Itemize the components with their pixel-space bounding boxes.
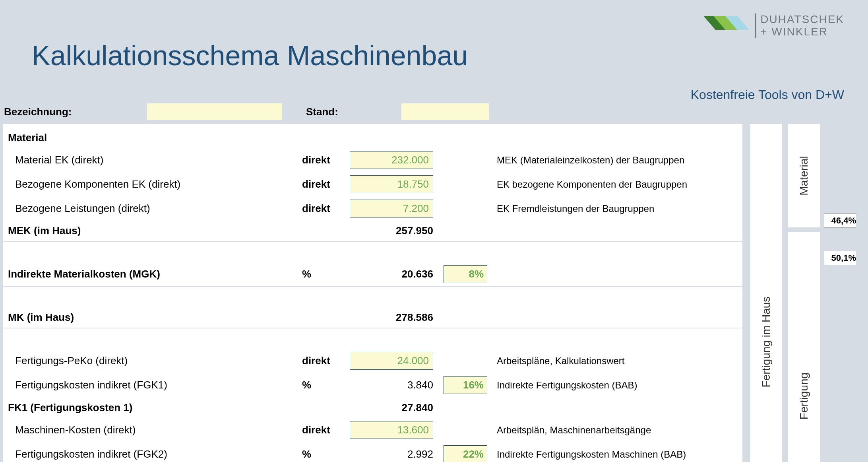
- row-amount: 3.840: [345, 373, 439, 397]
- row-note: EK Fremdleistungen der Baugruppen: [492, 196, 742, 221]
- input-amount-leistungen-ek[interactable]: 7.200: [350, 200, 433, 217]
- row-note: Arbeitspläne, Kalkulationswert: [492, 349, 742, 373]
- brand-text-2: + WINKLER: [760, 26, 844, 38]
- row-type: direkt: [297, 349, 345, 373]
- mk-label: MK (im Haus): [3, 307, 297, 328]
- row-note: Indirekte Fertigungskosten Maschinen (BA…: [492, 442, 742, 462]
- brand-text-1: DUHATSCHEK: [760, 14, 844, 26]
- row-label: Material EK (direkt): [3, 148, 297, 172]
- side-fertigung-im-haus: Fertigung im Haus: [750, 124, 782, 462]
- input-amount-fert-peko[interactable]: 24.000: [350, 352, 433, 370]
- brand-logo: DUHATSCHEK + WINKLER: [703, 12, 844, 40]
- row-amount: 2.992: [345, 442, 439, 462]
- row-label: Maschinen-Kosten (direkt): [3, 418, 297, 442]
- row-type: direkt: [297, 172, 345, 196]
- input-stand[interactable]: [401, 103, 489, 120]
- side-material: Material: [788, 124, 820, 227]
- input-bezeichnung[interactable]: [147, 103, 282, 120]
- mgk-value: 20.636: [345, 262, 439, 287]
- row-type: direkt: [297, 148, 345, 172]
- row-label: Fertigungskosten indikret (FGK2): [3, 442, 297, 462]
- input-pct-fgk1[interactable]: 16%: [444, 376, 487, 394]
- mk-value: 278.586: [345, 307, 439, 328]
- input-amount-komponenten-ek[interactable]: 18.750: [350, 175, 433, 193]
- row-note: MEK (Materialeinzelkosten) der Baugruppe…: [492, 148, 742, 172]
- label-bezeichnung: Bezeichnung:: [4, 106, 139, 118]
- side-label: Fertigung: [798, 372, 810, 419]
- fk1-value: 27.840: [345, 397, 439, 418]
- side-label: Material: [798, 156, 810, 196]
- side-percentages: 46,4% 50,1%: [826, 124, 858, 462]
- row-note: EK bezogene Komponenten der Baugruppen: [492, 172, 742, 196]
- input-pct-fgk2[interactable]: 22%: [444, 445, 487, 462]
- mek-sum-label: MEK (im Haus): [3, 221, 297, 241]
- brand-chevron-icon: [703, 12, 751, 40]
- pct-material: 46,4%: [824, 214, 856, 228]
- row-type: direkt: [297, 418, 345, 442]
- mek-sum-value: 257.950: [345, 221, 439, 241]
- row-type: %: [297, 442, 345, 462]
- side-label: Fertigung im Haus: [760, 296, 773, 387]
- fk1-label: FK1 (Fertigungskosten 1): [3, 397, 297, 418]
- input-amount-material-ek[interactable]: 232.000: [350, 151, 433, 169]
- input-pct-mgk[interactable]: 8%: [444, 265, 487, 283]
- main-panel: Material Material EK (direkt) direkt 232…: [3, 124, 742, 462]
- label-stand: Stand:: [306, 106, 393, 118]
- mgk-label: Indirekte Materialkosten (MGK): [3, 262, 297, 287]
- section-material: Material: [3, 127, 742, 148]
- row-label: Fertigungs-PeKo (direkt): [3, 349, 297, 373]
- tools-link[interactable]: Kostenfreie Tools von D+W: [691, 87, 844, 102]
- pct-mk: 50,1%: [824, 251, 856, 265]
- row-note: Arbeitsplän, Maschinenarbeitsgänge: [492, 418, 742, 442]
- input-amount-maschinen[interactable]: 13.600: [350, 421, 433, 439]
- row-note: Indirekte Fertigungskosten (BAB): [492, 373, 742, 397]
- row-label: Bezogene Leistungen (direkt): [3, 196, 297, 221]
- page-title: Kalkulationsschema Maschinenbau: [32, 40, 468, 72]
- row-label: Bezogene Komponenten EK (direkt): [3, 172, 297, 196]
- row-type: %: [297, 373, 345, 397]
- side-fertigung: Fertigung: [788, 232, 820, 462]
- row-label: Fertigungskosten indikret (FGK1): [3, 373, 297, 397]
- row-type: direkt: [297, 196, 345, 221]
- mgk-type: %: [297, 262, 345, 287]
